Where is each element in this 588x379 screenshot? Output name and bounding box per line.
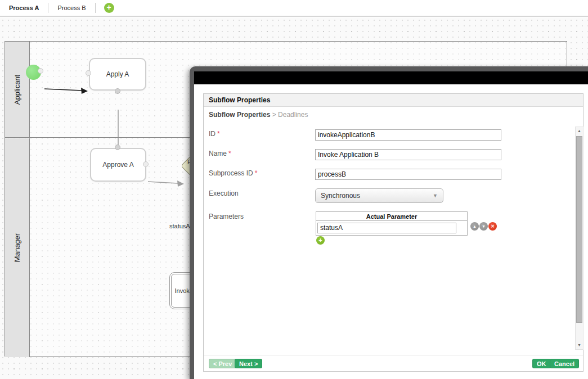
lane-header-applicant[interactable]: Applicant xyxy=(5,42,30,137)
panel-title: Subflow Properties xyxy=(209,96,270,104)
scroll-down-button[interactable]: ▼ xyxy=(576,341,583,349)
label-text: Name xyxy=(209,150,227,157)
tab-process-a[interactable]: Process A xyxy=(0,0,48,16)
prev-button[interactable]: < Prev xyxy=(209,359,236,368)
tab-separator xyxy=(95,3,96,13)
task-label: Approve A xyxy=(102,161,133,169)
breadcrumb-separator: > xyxy=(272,111,276,119)
breadcrumb-deadlines[interactable]: Deadlines xyxy=(278,111,308,119)
plus-icon: + xyxy=(106,3,111,12)
chevron-down-icon: ▼ xyxy=(433,193,438,198)
table-row xyxy=(316,221,467,235)
subflow-properties-dialog: Subflow Properties Subflow Properties > … xyxy=(190,66,588,379)
arrow-up-icon: ▲ xyxy=(473,224,477,228)
label-text: ID xyxy=(209,130,216,138)
dialog-titlebar[interactable] xyxy=(194,71,588,84)
breadcrumb-subflow-properties: Subflow Properties xyxy=(209,111,270,119)
scrollbar-thumb[interactable] xyxy=(576,136,582,323)
parameters-label: Parameters xyxy=(209,213,244,220)
parameters-column-header: Actual Parameter xyxy=(316,212,467,221)
move-down-button[interactable]: ▼ xyxy=(479,222,488,231)
add-parameter-button[interactable]: + xyxy=(316,236,325,245)
properties-panel: Subflow Properties Subflow Properties > … xyxy=(203,93,583,372)
task-label: Apply A xyxy=(106,70,129,78)
parameter-input[interactable] xyxy=(317,223,456,233)
plus-icon: + xyxy=(318,237,322,243)
add-process-button[interactable]: + xyxy=(104,3,114,13)
required-marker: * xyxy=(217,130,220,138)
ok-button[interactable]: OK xyxy=(532,359,551,368)
lane-header-manager[interactable]: Manager xyxy=(5,138,30,357)
connection-point xyxy=(86,70,91,76)
id-label: ID* xyxy=(209,130,220,138)
breadcrumb: Subflow Properties > Deadlines xyxy=(209,111,308,119)
panel-header: Subflow Properties xyxy=(204,94,583,107)
subprocess-id-label: Subprocess ID* xyxy=(209,169,257,177)
dialog-footer: < Prev Next > OK Cancel xyxy=(204,355,583,371)
tab-process-b[interactable]: Process B xyxy=(48,0,95,16)
execution-selected-value: Synchronous xyxy=(321,192,360,200)
arrow-down-icon: ▼ xyxy=(482,224,486,228)
name-field[interactable] xyxy=(315,149,501,160)
label-text: Subprocess ID xyxy=(209,169,253,177)
required-marker: * xyxy=(255,169,258,177)
parameters-table: Actual Parameter xyxy=(316,211,468,236)
connection-point xyxy=(115,145,120,150)
connection-point xyxy=(38,68,43,74)
execution-select[interactable]: Synchronous ▼ xyxy=(315,188,443,203)
next-button[interactable]: Next > xyxy=(235,359,262,368)
dialog-scrollbar[interactable]: ▲ ▼ xyxy=(575,127,583,350)
connection-point xyxy=(143,161,149,167)
move-up-button[interactable]: ▲ xyxy=(470,222,479,231)
process-tab-bar: Process A Process B + xyxy=(0,0,588,17)
connection-point xyxy=(115,88,120,94)
id-field[interactable] xyxy=(315,129,501,141)
execution-label: Execution xyxy=(209,190,239,197)
lane-label: Applicant xyxy=(13,74,21,104)
label-text: Parameters xyxy=(209,213,244,220)
required-marker: * xyxy=(228,150,231,157)
task-approve-a[interactable]: Approve A xyxy=(90,148,146,182)
process-designer: Process A Process B + Applicant Manager xyxy=(0,0,588,379)
delete-parameter-button[interactable]: ✕ xyxy=(488,222,497,231)
label-text: Execution xyxy=(209,190,239,197)
close-icon: ✕ xyxy=(491,224,495,229)
dialog-content: Subflow Properties Subflow Properties > … xyxy=(194,84,588,379)
lane-label: Manager xyxy=(13,233,21,262)
scroll-up-button[interactable]: ▲ xyxy=(576,127,583,135)
subprocess-id-field[interactable] xyxy=(315,169,501,180)
name-label: Name* xyxy=(209,150,231,157)
cancel-button[interactable]: Cancel xyxy=(550,359,579,368)
task-apply-a[interactable]: Apply A xyxy=(89,58,146,91)
